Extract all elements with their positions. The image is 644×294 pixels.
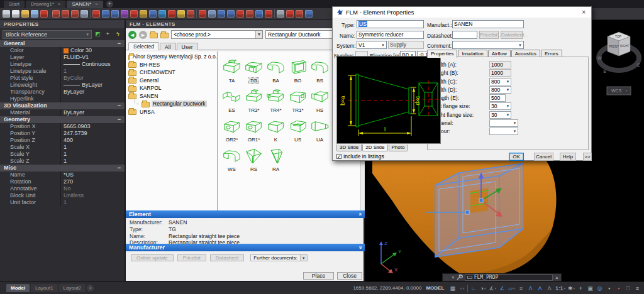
dialog-button[interactable]: OK xyxy=(509,153,524,161)
dialog-tab[interactable]: Properties xyxy=(427,50,457,58)
layout-tab[interactable]: Model xyxy=(6,284,30,292)
layout-tab[interactable]: Layout1 xyxy=(31,284,57,292)
quick-properties-icon[interactable]: ▪ xyxy=(614,284,623,292)
collapse-icon[interactable]: − xyxy=(118,40,121,47)
property-value[interactable]: 247.5739 xyxy=(60,130,125,137)
element-cell[interactable]: BS xyxy=(309,54,331,84)
model-space-toggle[interactable]: MODEL xyxy=(426,285,444,291)
units-icon[interactable]: ▪ xyxy=(605,284,613,292)
hvac-fitting-7-icon[interactable] xyxy=(255,10,263,18)
element-cell[interactable]: WS xyxy=(221,143,243,172)
hamburger-menu-icon[interactable]: ≡ xyxy=(633,284,641,292)
manufact-input[interactable]: SANEN xyxy=(452,20,524,28)
element-cell[interactable]: RA xyxy=(265,143,287,172)
property-value[interactable]: 400 xyxy=(60,137,125,144)
new-layout-button[interactable]: + xyxy=(87,285,94,291)
layer-tool-4-icon[interactable] xyxy=(305,10,313,18)
element-cell[interactable]: K xyxy=(265,113,287,143)
property-value[interactable]: ByLayer xyxy=(60,82,125,89)
document-tab[interactable]: SANEN* × xyxy=(67,1,103,8)
property-row[interactable]: Transparency ByLayer xyxy=(0,89,125,95)
element-cell[interactable]: RS xyxy=(243,143,265,172)
dimension-control[interactable]: 30 ▼ xyxy=(489,102,511,110)
layer-tool-2-icon[interactable] xyxy=(286,10,294,18)
hvac-fitting-5-icon[interactable] xyxy=(236,10,244,18)
manufacturer-section-header[interactable]: Manufacturer « xyxy=(126,244,365,251)
wrench-icon[interactable] xyxy=(457,275,463,280)
comment-select[interactable]: ▼ xyxy=(452,41,524,49)
property-value[interactable]: 1 xyxy=(60,68,125,75)
flm-duct-tool-3-icon[interactable] xyxy=(71,10,79,18)
polar-tracking-icon[interactable]: ∡ ▾ xyxy=(488,284,497,292)
flm-tab[interactable]: Selected xyxy=(128,42,159,50)
property-row[interactable]: Linetype scale 1 xyxy=(0,68,125,75)
annotation-autoscale-icon[interactable]: Λ xyxy=(536,284,544,292)
element-info-header[interactable]: Element « xyxy=(126,210,365,218)
toolbar-separator[interactable] xyxy=(90,9,91,18)
tree-item[interactable]: General xyxy=(126,77,217,85)
flm-duct-tool-2-icon[interactable] xyxy=(62,10,69,18)
hvac-fitting-3-icon[interactable] xyxy=(218,10,225,18)
property-row[interactable]: Plot style ByColor xyxy=(0,75,125,82)
annotation-static-icon[interactable]: Λ xyxy=(545,284,553,292)
system-select[interactable]: V1▼ xyxy=(357,41,387,49)
hvac-fitting-1-icon[interactable] xyxy=(199,10,206,18)
ortho-mode-icon[interactable]: ∟ xyxy=(469,284,477,292)
property-row[interactable]: Annotative No xyxy=(0,185,125,192)
flm-view-tool-1-icon[interactable] xyxy=(102,10,109,18)
property-row[interactable]: Color Color 30 xyxy=(0,47,125,54)
element-cell[interactable]: US xyxy=(287,113,309,143)
element-action-button[interactable]: Online update xyxy=(131,254,174,261)
exit-icon[interactable] xyxy=(40,10,48,18)
layout-tab[interactable]: Layout2 xyxy=(59,284,86,292)
tree-item[interactable]: Alnor Systemy Wentylacji Sp. z o.o. xyxy=(126,53,217,61)
tree-item[interactable]: SANEN xyxy=(126,92,217,101)
property-value[interactable]: Unitless xyxy=(60,192,125,199)
dialog-button[interactable]: Cancel xyxy=(534,153,553,161)
property-row[interactable]: Rotation 270 xyxy=(0,178,125,185)
flm-box-icon[interactable] xyxy=(168,10,175,18)
property-row[interactable]: Linetype Continuous xyxy=(0,61,125,68)
name-input[interactable]: Symmetric reducer xyxy=(357,31,424,39)
property-row[interactable]: Position Z 400 xyxy=(0,137,125,144)
property-row[interactable]: Position X 5665.0903 xyxy=(0,123,125,130)
close-tab-icon[interactable]: × xyxy=(58,1,61,8)
property-value[interactable]: Color 30 xyxy=(60,47,125,54)
customization-gear-icon[interactable]: ✱ ▾ xyxy=(567,284,575,292)
open-folder-icon[interactable] xyxy=(21,10,29,18)
slide-tab[interactable]: Photo xyxy=(389,144,408,151)
hvac-fitting-2-icon[interactable] xyxy=(208,10,216,18)
further-documents-control[interactable]: Further documents: ▼ xyxy=(250,254,307,261)
property-value[interactable]: *US xyxy=(60,172,125,178)
property-value[interactable]: 1 xyxy=(60,158,125,165)
property-row[interactable]: Material ByLayer xyxy=(0,109,125,116)
flm-flag-icon[interactable] xyxy=(140,10,147,18)
dimension-control[interactable]: 1000 xyxy=(489,69,511,77)
toggle-pickad-icon[interactable]: + xyxy=(104,30,112,38)
slide-tab[interactable]: 3D Slide xyxy=(336,144,362,151)
flm-inspect-icon[interactable] xyxy=(121,10,128,18)
property-value[interactable]: ByColor xyxy=(60,75,125,82)
collapse-icon[interactable]: − xyxy=(118,116,121,123)
close-icon[interactable]: × xyxy=(580,9,587,16)
object-snap-settings-icon[interactable]: ▱ ▾ xyxy=(508,284,516,292)
element-cell[interactable]: TG xyxy=(243,54,265,84)
element-action-button[interactable]: Datasheet xyxy=(210,254,244,261)
flm-export-icon[interactable] xyxy=(187,10,194,18)
hvac-fitting-6-icon[interactable] xyxy=(246,10,253,18)
new-tab-button[interactable]: + xyxy=(106,1,113,8)
object-snap-icon[interactable]: ∠ xyxy=(498,284,506,292)
slide-tab[interactable]: 2D Slide xyxy=(362,144,387,151)
element-cell[interactable]: BA xyxy=(265,54,287,84)
drag-grip-icon[interactable]: ⋮ xyxy=(445,275,450,280)
property-row[interactable]: Position Y 247.5739 xyxy=(0,130,125,137)
element-action-button[interactable]: Pricelist xyxy=(177,254,206,261)
annotation-monitor-icon[interactable]: ◎ xyxy=(596,284,604,292)
save-icon[interactable] xyxy=(31,10,38,18)
pricelist-button[interactable]: Pricelist... xyxy=(479,31,499,39)
view-cube[interactable]: W S E TOP FRONT RIGHT WCS ▾ xyxy=(596,26,641,101)
element-cell[interactable]: TA xyxy=(221,54,243,84)
property-value[interactable]: Continuous xyxy=(60,61,125,68)
quick-select-icon[interactable]: ϟ xyxy=(114,30,122,38)
dialog-button[interactable]: Help xyxy=(560,153,576,161)
